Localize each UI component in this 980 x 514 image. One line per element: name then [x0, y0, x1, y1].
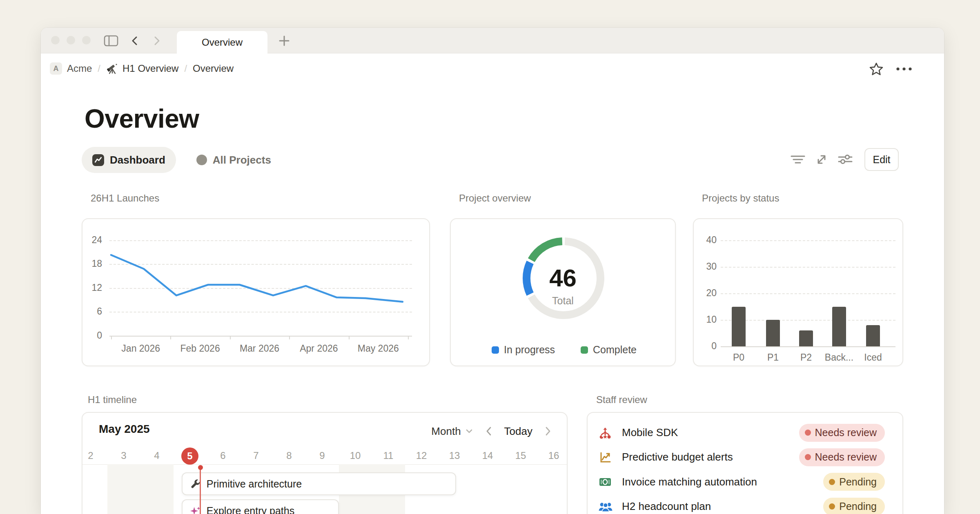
- donut-chart: [451, 219, 676, 366]
- favorite-star-icon[interactable]: [868, 61, 884, 77]
- breadcrumb-separator: /: [98, 63, 100, 74]
- timeline-day-12: 12: [405, 448, 438, 464]
- view-tab-dashboard[interactable]: Dashboard: [82, 147, 176, 173]
- y-axis-tick-label: 30: [694, 261, 717, 272]
- timeline-event[interactable]: Explore entry paths: [182, 499, 339, 514]
- status-dot: [805, 430, 811, 436]
- line-chart: [82, 219, 430, 366]
- donut-total-value: 46: [451, 264, 675, 292]
- timeline-month-label: May 2025: [99, 423, 150, 436]
- timeline-day-14: 14: [471, 448, 504, 464]
- chart-up-icon: [598, 450, 612, 464]
- status-dot: [829, 503, 835, 510]
- event-title: Primitive architecture: [207, 478, 302, 490]
- filter-icon[interactable]: [789, 151, 807, 168]
- new-tab-icon[interactable]: [278, 34, 291, 47]
- legend-label: In progress: [504, 344, 555, 356]
- timeline-day-5: 5: [174, 448, 207, 464]
- bar: [832, 307, 846, 347]
- gridline: [721, 240, 895, 241]
- y-axis-tick-label: 10: [694, 314, 717, 325]
- x-axis-tick-label: Back...: [821, 352, 858, 363]
- expand-icon[interactable]: [813, 151, 831, 168]
- timeline-day-13: 13: [438, 448, 471, 464]
- window-close-button[interactable]: [51, 36, 60, 44]
- timeline-day-4: 4: [140, 448, 174, 464]
- page-title: Overview: [85, 104, 199, 134]
- donut-chart-card: 46 Total In progress Complete: [450, 218, 676, 366]
- chevron-down-icon: [464, 426, 474, 436]
- forward-icon[interactable]: [150, 35, 163, 47]
- y-axis-tick-label: 0: [694, 341, 717, 352]
- timeline-day-6: 6: [207, 448, 240, 464]
- breadcrumb: A Acme / H1 Overview: [41, 53, 944, 84]
- bar-chart-card: 403020100P0P1P2Back...Iced: [693, 218, 903, 366]
- donut-segment: [531, 241, 562, 260]
- weekend-shading: [140, 464, 174, 514]
- bar: [766, 320, 780, 346]
- timeline-day-10: 10: [339, 448, 372, 464]
- timeline-next-icon[interactable]: [543, 426, 552, 436]
- timeline-day-15: 15: [504, 448, 537, 464]
- back-icon[interactable]: [129, 35, 141, 47]
- view-tab-label: Dashboard: [110, 154, 165, 166]
- breadcrumb-workspace[interactable]: Acme: [67, 63, 92, 74]
- y-axis-tick-label: 20: [694, 288, 717, 299]
- widget-title-timeline: H1 timeline: [88, 394, 137, 405]
- tab-overview[interactable]: Overview: [177, 31, 267, 53]
- breadcrumb-current[interactable]: Overview: [193, 63, 234, 74]
- x-axis-tick-label: P2: [788, 352, 824, 363]
- window-minimize-button[interactable]: [67, 36, 75, 44]
- x-axis-tick-label: Iced: [855, 352, 891, 363]
- staff-row[interactable]: Predictive budget alertsNeeds review: [588, 445, 902, 470]
- telescope-icon: [106, 62, 118, 75]
- timeline-today-button[interactable]: Today: [504, 425, 532, 438]
- workflow-icon: [598, 426, 612, 440]
- timeline-mode-dropdown[interactable]: Month: [431, 425, 474, 438]
- line-chart-card: 24181260Jan 2026Feb 2026Mar 2026Apr 2026…: [82, 218, 430, 366]
- gridline: [721, 267, 895, 268]
- view-tab-all-projects[interactable]: All Projects: [189, 147, 278, 173]
- status-badge: Needs review: [799, 424, 885, 442]
- widget-title-projects-by-status: Projects by status: [702, 193, 779, 204]
- event-title: Explore entry paths: [207, 505, 294, 514]
- timeline-day-9: 9: [306, 448, 339, 464]
- timeline-day-3: 3: [107, 448, 140, 464]
- tab-label: Overview: [202, 37, 243, 48]
- wrench-icon: [190, 479, 201, 490]
- edit-button[interactable]: Edit: [864, 148, 899, 171]
- breadcrumb-separator: /: [184, 63, 187, 74]
- view-tab-label: All Projects: [213, 154, 271, 166]
- staff-review-card: Mobile SDKNeeds reviewPredictive budget …: [587, 412, 903, 514]
- window-zoom-button[interactable]: [82, 36, 91, 44]
- staff-row[interactable]: Invoice matching automationPending: [588, 470, 902, 494]
- widget-title-staff-review: Staff review: [596, 394, 647, 405]
- timeline-day-2: 2: [82, 448, 107, 464]
- weekend-shading: [107, 464, 140, 514]
- status-badge: Needs review: [799, 448, 885, 466]
- app-window: Overview A Acme /: [41, 28, 944, 514]
- legend-in-progress: In progress: [492, 344, 555, 356]
- x-axis-tick-label: P1: [755, 352, 791, 363]
- staff-row[interactable]: Mobile SDKNeeds review: [588, 420, 902, 445]
- timeline-prev-icon[interactable]: [485, 426, 494, 436]
- sparkles-icon: [190, 505, 201, 514]
- sidebar-toggle-icon[interactable]: [103, 34, 119, 47]
- donut-total-label: Total: [451, 295, 675, 307]
- status-label: Pending: [839, 476, 877, 488]
- more-options-icon[interactable]: [895, 62, 913, 75]
- status-badge: Pending: [823, 498, 885, 514]
- staff-row[interactable]: H2 headcount planPending: [588, 494, 902, 514]
- tab-bar: Overview: [41, 28, 944, 53]
- settings-sliders-icon[interactable]: [836, 151, 854, 168]
- people-icon: [598, 500, 613, 514]
- status-label: Needs review: [815, 427, 877, 439]
- desktop-background: Overview A Acme /: [0, 0, 980, 514]
- workspace-avatar[interactable]: A: [50, 62, 62, 75]
- timeline-day-7: 7: [240, 448, 273, 464]
- breadcrumb-parent[interactable]: H1 Overview: [122, 63, 178, 74]
- legend-swatch: [581, 346, 588, 354]
- timeline-day-16: 16: [537, 448, 568, 464]
- status-dot: [829, 479, 835, 485]
- timeline-event[interactable]: Primitive architecture: [182, 472, 456, 495]
